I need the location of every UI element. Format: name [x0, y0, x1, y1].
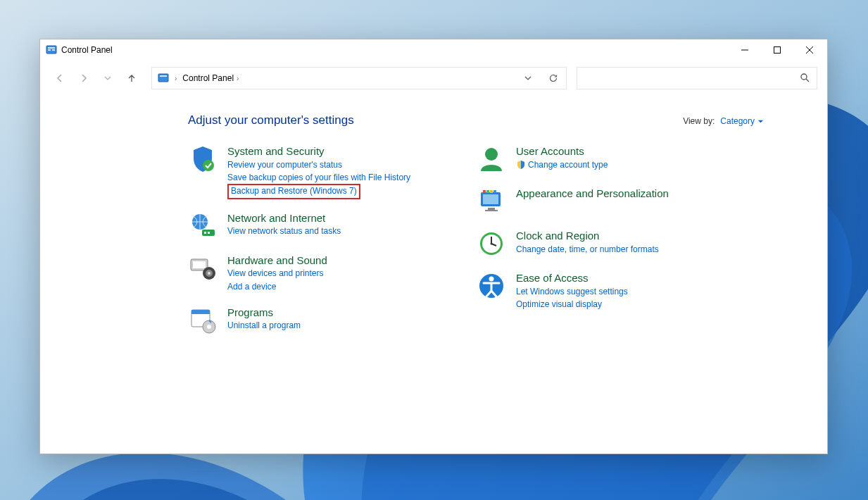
chevron-right-icon: › — [175, 75, 177, 82]
category-hardware-sound: Hardware and SoundView devices and print… — [188, 254, 434, 293]
close-button[interactable] — [793, 39, 826, 61]
chevron-right-icon: › — [237, 75, 239, 82]
address-bar[interactable]: › Control Panel › — [151, 67, 567, 89]
search-icon — [800, 73, 810, 85]
category-link[interactable]: Uninstall a program — [227, 320, 301, 332]
content-area: Adjust your computer's settings View by:… — [40, 95, 827, 454]
category-link[interactable]: Review your computer's status — [227, 159, 410, 171]
navigation-bar: › Control Panel › — [40, 61, 827, 95]
category-appearance-personalization: Appearance and Personalization — [477, 187, 723, 216]
category-ease-of-access: Ease of AccessLet Windows suggest settin… — [477, 271, 723, 311]
category-link[interactable]: Change account type — [516, 159, 608, 171]
svg-rect-3 — [48, 49, 51, 51]
clock-region-icon — [477, 229, 506, 258]
appearance-personalization-icon — [477, 187, 506, 216]
svg-rect-17 — [208, 232, 210, 234]
category-link[interactable]: Backup and Restore (Windows 7) — [231, 185, 357, 197]
svg-rect-16 — [204, 232, 206, 234]
control-panel-app-icon — [46, 44, 57, 56]
category-title-system-security[interactable]: System and Security — [227, 144, 410, 158]
window-title: Control Panel — [61, 45, 113, 55]
user-accounts-icon — [477, 144, 506, 174]
programs-icon — [188, 306, 218, 335]
control-panel-window: Control Panel › Control Panel › — [39, 39, 828, 454]
category-link[interactable]: View network status and tasks — [227, 225, 341, 237]
network-internet-icon — [188, 211, 218, 241]
page-title: Adjust your computer's settings — [188, 113, 354, 127]
nav-up-button[interactable] — [122, 68, 141, 88]
category-link[interactable]: Add a device — [227, 281, 327, 293]
category-link[interactable]: Let Windows suggest settings — [516, 286, 628, 298]
system-security-icon — [188, 144, 218, 174]
category-network-internet: Network and InternetView network status … — [188, 211, 434, 241]
category-title-ease-of-access[interactable]: Ease of Access — [516, 271, 628, 285]
svg-rect-34 — [490, 190, 493, 193]
category-link[interactable]: View devices and printers — [227, 268, 327, 280]
category-user-accounts: User AccountsChange account type — [477, 144, 723, 174]
svg-point-11 — [801, 74, 807, 80]
svg-rect-19 — [193, 261, 206, 268]
svg-rect-9 — [158, 74, 168, 82]
svg-rect-32 — [483, 190, 486, 193]
search-bar[interactable] — [577, 67, 817, 89]
svg-rect-31 — [485, 210, 498, 211]
titlebar: Control Panel — [40, 39, 827, 61]
svg-rect-10 — [160, 75, 167, 77]
category-link[interactable]: Change date, time, or number formats — [516, 244, 659, 256]
ease-of-access-icon — [477, 271, 506, 301]
svg-point-22 — [208, 272, 210, 275]
nav-back-button[interactable] — [50, 68, 70, 88]
svg-rect-29 — [483, 194, 498, 204]
nav-recent-dropdown[interactable] — [98, 68, 118, 88]
svg-rect-33 — [486, 190, 489, 193]
address-history-dropdown[interactable] — [518, 68, 538, 88]
svg-rect-6 — [774, 47, 781, 54]
refresh-button[interactable] — [543, 68, 563, 88]
svg-point-13 — [203, 160, 214, 171]
svg-rect-4 — [52, 49, 55, 51]
category-system-security: System and SecurityReview your computer'… — [188, 144, 434, 199]
category-programs: ProgramsUninstall a program — [188, 306, 434, 335]
svg-point-42 — [489, 277, 494, 282]
category-title-programs[interactable]: Programs — [227, 306, 301, 320]
svg-rect-2 — [48, 47, 55, 49]
search-input[interactable] — [584, 73, 800, 84]
svg-rect-24 — [191, 310, 210, 314]
address-bar-icon — [158, 73, 169, 84]
chevron-down-icon — [757, 118, 764, 125]
svg-rect-30 — [488, 208, 495, 210]
view-by-dropdown[interactable]: Category — [720, 116, 764, 126]
svg-rect-35 — [493, 190, 496, 193]
nav-forward-button[interactable] — [74, 68, 94, 88]
svg-point-27 — [485, 148, 498, 161]
category-title-user-accounts[interactable]: User Accounts — [516, 144, 608, 158]
category-title-network-internet[interactable]: Network and Internet — [227, 211, 341, 225]
minimize-button[interactable] — [729, 39, 761, 61]
svg-line-12 — [806, 79, 809, 82]
category-link[interactable]: Optimize visual display — [516, 299, 628, 311]
maximize-button[interactable] — [761, 39, 793, 61]
category-title-clock-region[interactable]: Clock and Region — [516, 229, 659, 243]
svg-point-40 — [491, 243, 493, 245]
category-title-appearance-personalization[interactable]: Appearance and Personalization — [516, 187, 669, 201]
view-by-control: View by: Category — [683, 116, 764, 126]
category-link[interactable]: Save backup copies of your files with Fi… — [227, 172, 410, 184]
hardware-sound-icon — [188, 254, 218, 283]
highlighted-link: Backup and Restore (Windows 7) — [227, 184, 360, 199]
breadcrumb-item[interactable]: Control Panel — [182, 73, 234, 83]
category-clock-region: Clock and RegionChange date, time, or nu… — [477, 229, 723, 258]
category-title-hardware-sound[interactable]: Hardware and Sound — [227, 254, 327, 268]
svg-point-26 — [207, 325, 211, 329]
view-by-label: View by: — [683, 116, 715, 126]
